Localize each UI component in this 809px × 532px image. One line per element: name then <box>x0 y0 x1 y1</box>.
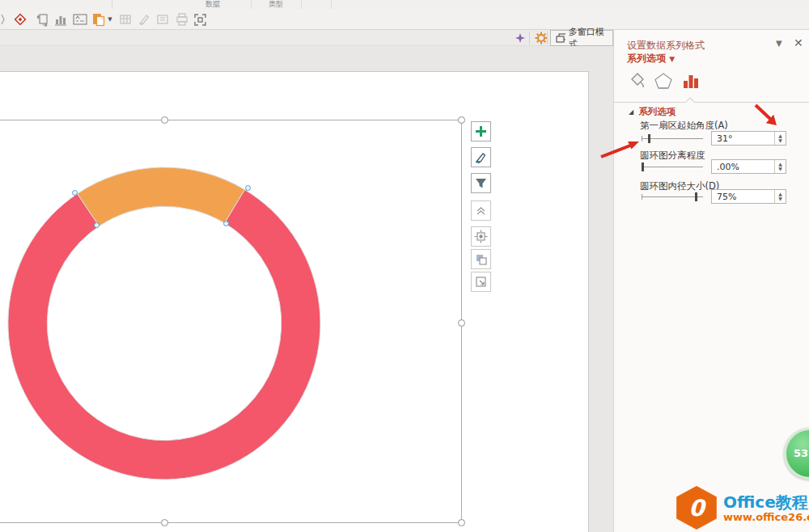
selection-frame-bottom <box>0 522 462 523</box>
office-logo-icon: 0 <box>675 486 718 530</box>
format-brush-icon <box>135 11 153 28</box>
resize-handle-bottom-right[interactable] <box>458 519 465 526</box>
doughnut-chart[interactable] <box>3 164 325 484</box>
layer-order-button[interactable] <box>471 249 491 269</box>
series-options-tab[interactable] <box>680 70 702 92</box>
theme-diamond-icon[interactable] <box>11 11 29 28</box>
slider-thumb[interactable] <box>695 192 697 201</box>
print-icon <box>173 11 191 28</box>
doughnut-hole-size-slider[interactable] <box>642 192 703 201</box>
fill-line-tab[interactable] <box>625 70 648 92</box>
text-box-icon <box>154 11 172 28</box>
doughnut-hole-size-input-box: ▲▼ <box>711 189 786 204</box>
slider-thumb[interactable] <box>648 134 650 143</box>
resize-handle-bottom[interactable] <box>161 519 168 526</box>
chart-filter-button[interactable] <box>471 173 491 193</box>
doughnut-explosion-input[interactable] <box>712 160 775 173</box>
slide-canvas[interactable]: 数据列 数据 辅助数据 <box>0 46 613 532</box>
separator <box>529 32 530 44</box>
separator <box>547 32 548 44</box>
doughnut-hole-size-input[interactable] <box>712 190 775 203</box>
collapse-up-button[interactable] <box>471 201 491 221</box>
doughnut-explosion-input-box: ▲▼ <box>711 159 786 174</box>
donut-segment-辅助数据[interactable] <box>78 167 245 226</box>
spinner[interactable]: ▲▼ <box>774 132 786 145</box>
ribbon-separator <box>331 0 332 9</box>
donut-segment-数据[interactable] <box>8 190 320 479</box>
ribbon-group-strip: 数据 类型 <box>0 0 809 9</box>
badge-count: 53 <box>794 447 808 459</box>
series-options-dropdown[interactable]: 系列选项 ▼ <box>627 52 675 65</box>
segment-handle[interactable] <box>223 221 229 226</box>
chart-style-brush-button[interactable] <box>471 147 491 167</box>
fullscreen-icon[interactable] <box>191 11 209 28</box>
paste-dropdown-arrow[interactable]: ▼ <box>106 11 114 28</box>
spinner[interactable]: ▲▼ <box>774 190 786 203</box>
first-slice-angle-label: 第一扇区起始角度(A) <box>640 120 728 132</box>
ribbon-group-type: 类型 <box>252 0 300 9</box>
ribbon-separator <box>251 0 252 9</box>
window-icon <box>556 33 565 43</box>
ribbon-group-data: 数据 <box>182 0 244 9</box>
edit-chart-icon[interactable] <box>52 11 70 28</box>
ribbon-separator <box>301 0 302 9</box>
first-slice-angle-slider[interactable] <box>642 133 703 143</box>
segment-handle[interactable] <box>94 222 100 228</box>
doughnut-hole-size-label: 圆环图内径大小(D) <box>640 180 719 192</box>
select-data-icon[interactable] <box>71 11 89 28</box>
add-chart-element-button[interactable] <box>471 121 491 141</box>
chart-toolbar: ▼ <box>0 9 809 30</box>
watermark: 0 Office教程网 www.office26.com <box>675 486 809 530</box>
segment-handle[interactable] <box>72 190 78 196</box>
quick-access-bar: 多窗口模式 <box>0 30 613 46</box>
watermark-brand: Office教程网 <box>723 493 809 511</box>
watermark-url: www.office26.com <box>723 511 809 523</box>
effects-tab[interactable] <box>652 70 675 92</box>
resize-object-button[interactable] <box>471 272 491 292</box>
panel-close-icon[interactable]: ✕ <box>794 36 803 49</box>
segment-handle[interactable] <box>245 185 251 191</box>
ribbon-separator <box>112 0 112 9</box>
first-slice-angle-input-box: ▲▼ <box>711 131 786 146</box>
first-slice-angle-input[interactable] <box>712 132 775 145</box>
magic-wand-icon[interactable] <box>511 30 529 46</box>
resize-handle-top[interactable] <box>161 116 168 124</box>
collapse-triangle-icon: ◢ <box>629 108 633 116</box>
center-object-button[interactable] <box>471 226 491 247</box>
spinner[interactable]: ▲▼ <box>774 160 786 173</box>
slider-thumb[interactable] <box>642 163 644 171</box>
series-options-section-header[interactable]: ◢ 系列选项 <box>629 106 676 118</box>
table-icon <box>116 11 134 28</box>
selection-frame-top <box>0 120 462 120</box>
partial-icon <box>0 11 6 28</box>
chevron-down-icon: ▼ <box>669 55 675 63</box>
active-tab-notch <box>685 97 694 106</box>
annotation-arrow-spinner <box>752 103 785 130</box>
resize-handle-top-right[interactable] <box>458 116 465 124</box>
annotation-arrow-slider <box>597 134 644 162</box>
multi-window-mode-button[interactable]: 多窗口模式 <box>550 30 613 46</box>
panel-title: 设置数据系列格式 <box>627 39 705 53</box>
resize-handle-right[interactable] <box>458 319 465 327</box>
doughnut-explosion-label: 圆环图分离程度 <box>640 150 705 162</box>
switch-row-column-icon[interactable] <box>34 11 52 28</box>
doughnut-explosion-slider[interactable] <box>642 162 703 171</box>
panel-collapse-icon[interactable]: ▼ <box>776 39 782 48</box>
